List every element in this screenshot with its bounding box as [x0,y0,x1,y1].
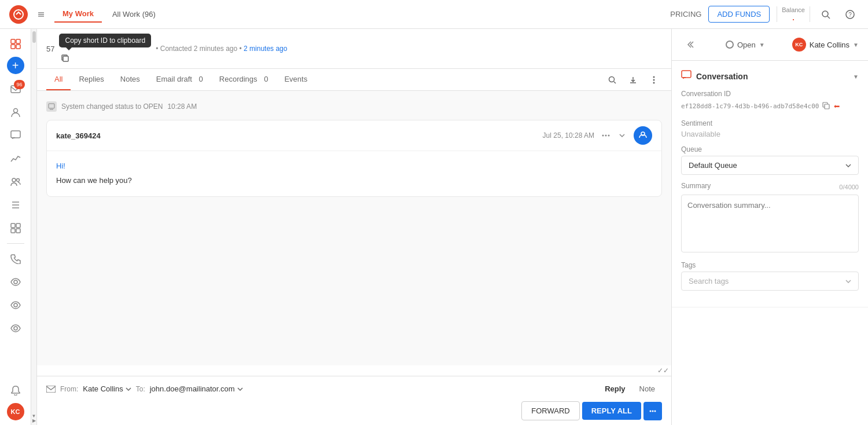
rs-tags-field: Tags Search tags [681,261,859,291]
tab-email-draft[interactable]: Email draft 0 [148,69,211,90]
topbar-collapse-btn[interactable] [32,6,50,23]
conv-id-back-button[interactable]: ⬅ [833,100,840,112]
message-line1: Hi! [56,160,652,173]
conv-time-link[interactable]: 2 minutes ago [244,45,287,53]
tab-all-work[interactable]: All Work (96) [104,6,164,22]
sidebar-item-reports[interactable] [5,148,26,169]
reply-all-button[interactable]: REPLY ALL [582,402,641,420]
tab-all[interactable]: All [46,69,71,90]
rs-section-collapse-button[interactable]: ▼ [853,74,859,80]
svg-point-1 [822,11,828,17]
rs-summary-field: Summary 0/4000 [681,182,859,254]
sidebar-item-inbox[interactable]: 96 [5,79,26,100]
sidebar-item-eye1[interactable] [5,272,26,292]
sidebar-item-list[interactable] [5,195,26,215]
message-line2: How can we help you? [56,175,652,187]
inbox-badge: 96 [14,80,24,89]
mail-icon [46,386,56,393]
message-more-button[interactable] [599,129,613,142]
user-avatar[interactable]: KC [7,403,24,420]
sidebar-item-grid[interactable] [5,218,26,239]
tab-recordings[interactable]: Recordings 0 [211,69,277,90]
svg-rect-19 [11,229,15,233]
rs-tags-label: Tags [681,261,859,269]
scroll-bar[interactable]: ▼ ▶ [31,29,37,425]
conv-meta: • Contacted 2 minutes ago • 2 minutes ag… [156,45,287,53]
rs-queue-label: Queue [681,145,859,153]
svg-rect-11 [11,131,20,138]
to-select[interactable]: john.doe@mailinator.com [150,384,243,393]
to-label: To: [136,385,145,393]
add-funds-button[interactable]: ADD FUNDS [708,6,770,23]
svg-point-35 [608,135,610,137]
download-button[interactable] [625,72,641,88]
add-button[interactable]: + [7,57,24,74]
svg-point-0 [14,10,23,19]
scroll-right-arrow[interactable]: ▶ [32,418,36,423]
copy-tooltip-box: Copy short ID to clipboard [59,34,151,47]
sidebar-item-eye2[interactable] [5,295,26,316]
tab-replies[interactable]: Replies [71,69,112,90]
scroll-thumb[interactable] [32,31,36,43]
rs-conv-id-label: Conversation ID [681,90,859,98]
sidebar-bottom: KC [5,380,26,420]
svg-point-29 [653,79,655,80]
tab-events[interactable]: Events [276,69,315,90]
search-messages-button[interactable] [604,72,620,88]
rs-summary-textarea[interactable] [681,195,859,252]
status-chevron-icon: ▼ [759,42,765,48]
sidebar-item-conversations[interactable] [5,125,26,146]
rs-agent[interactable]: KC Kate Collins ▼ [792,38,859,52]
message-header: kate_369424 Jul 25, 10:28 AM [47,120,661,151]
more-reply-button[interactable] [643,402,662,420]
message-body: Hi! How can we help you? [47,151,661,196]
rs-summary-label: Summary [681,182,711,190]
from-select[interactable]: Kate Collins [83,384,131,393]
tab-my-work[interactable]: My Work [54,6,102,23]
svg-point-26 [609,76,615,82]
tooltip-arrow [66,47,72,53]
main-layout: + 96 [0,29,868,425]
svg-point-12 [12,178,16,182]
tabs-right [604,72,662,88]
rs-status[interactable]: Open ▼ [726,41,765,49]
pricing-link[interactable]: PRICING [670,10,701,19]
sidebar-item-contacts[interactable] [5,102,26,123]
sidebar-item-phone[interactable] [5,248,26,269]
svg-rect-43 [825,104,829,109]
svg-point-28 [653,76,655,78]
tab-notes[interactable]: Notes [112,69,148,90]
sidebar-notification-icon[interactable] [5,380,26,401]
balance-label: Balance [782,6,805,13]
copy-id-button[interactable] [59,52,71,64]
search-icon[interactable] [817,6,834,23]
svg-text:?: ? [848,12,852,18]
reply-note-tabs: Reply Note [598,381,662,397]
svg-rect-25 [63,56,68,61]
rs-section-icon [681,70,692,83]
rs-queue-field: Queue Default Queue [681,145,859,175]
to-chevron-icon [237,387,243,391]
forward-button[interactable]: FORWARD [521,401,579,420]
reply-tab[interactable]: Reply [598,381,632,397]
rs-tags-input[interactable]: Search tags [681,272,859,291]
sidebar-item-eye3[interactable] [5,318,26,339]
system-status-text: System changed status to OPEN [61,102,163,111]
system-message: System changed status to OPEN 10:28 AM [46,98,662,115]
rs-queue-select[interactable]: Default Queue [681,156,859,175]
message-time: Jul 25, 10:28 AM [543,131,594,140]
messages-area[interactable]: System changed status to OPEN 10:28 AM k… [37,91,671,365]
help-icon[interactable]: ? [841,6,859,23]
message-actions [599,129,629,142]
rs-expand-button[interactable] [681,36,698,53]
more-options-button[interactable] [646,72,662,88]
logo-icon [9,5,28,24]
svg-point-40 [654,410,656,412]
sidebar-item-dashboard[interactable] [5,34,26,54]
message-collapse-button[interactable] [615,129,629,142]
conv-id-copy-button[interactable] [822,102,830,111]
note-tab[interactable]: Note [632,381,662,397]
rs-sentiment-field: Sentiment Unavailable [681,119,859,138]
message-avatar [634,126,652,145]
sidebar-item-teams[interactable] [5,171,26,192]
